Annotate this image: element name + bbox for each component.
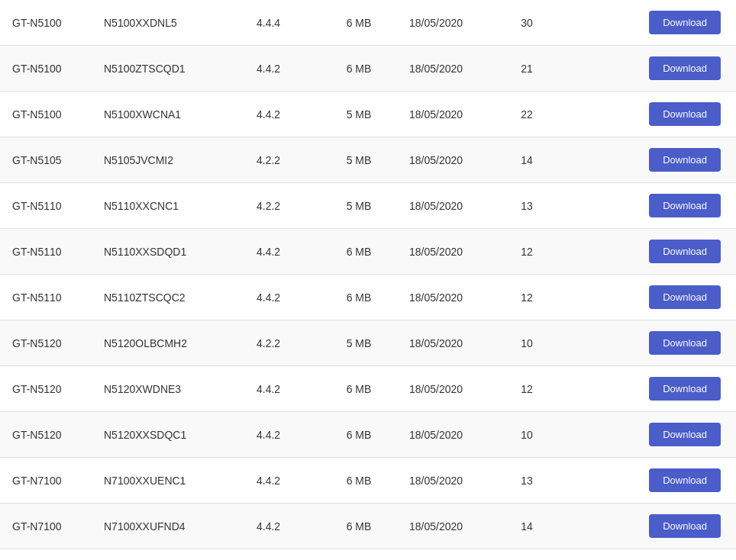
version-cell: 4.2.2: [244, 137, 321, 183]
model-cell: GT-N5110: [0, 183, 92, 229]
model-cell: GT-N5120: [0, 412, 92, 458]
firmware-table: GT-N5100 N5100XXDNL5 4.4.4 6 MB 18/05/20…: [0, 0, 736, 560]
date-cell: 18/05/2020: [397, 229, 496, 275]
table-row: GT-N5110 N5110ZTSCQC2 4.4.2 6 MB 18/05/2…: [0, 275, 736, 320]
count-cell: 12: [496, 366, 557, 412]
table-row: GT-N5120 N5120OLBCMH2 4.2.2 5 MB 18/05/2…: [0, 320, 736, 366]
firmware-cell: N5110XXSDQD1: [92, 229, 244, 275]
version-cell: 4.3: [244, 549, 321, 561]
count-cell: 14: [496, 504, 557, 549]
model-cell: GT-N5120: [0, 320, 92, 366]
download-button[interactable]: Download: [649, 102, 721, 126]
size-cell: 6 MB: [321, 504, 397, 549]
version-cell: 4.4.2: [244, 504, 321, 549]
size-cell: 6 MB: [321, 458, 397, 504]
download-cell: Download: [557, 504, 736, 549]
count-cell: 13: [496, 183, 557, 229]
count-cell: 12: [496, 229, 557, 275]
size-cell: 5 MB: [321, 92, 397, 137]
table-row: GT-N5105 N5105JVCMI2 4.2.2 5 MB 18/05/20…: [0, 137, 736, 183]
download-cell: Download: [557, 275, 736, 320]
version-cell: 4.2.2: [244, 320, 321, 366]
model-cell: GT-N5100: [0, 46, 92, 92]
download-button[interactable]: Download: [649, 423, 721, 446]
download-cell: Download: [557, 366, 736, 412]
table-row: GT-N7100 N7100ZCUENB1 4.3 6 MB 18/05/202…: [0, 549, 736, 561]
model-cell: GT-N5100: [0, 92, 92, 137]
table-row: GT-N7100 N7100XXUENC1 4.4.2 6 MB 18/05/2…: [0, 458, 736, 504]
table-row: GT-N5110 N5110XXCNC1 4.2.2 5 MB 18/05/20…: [0, 183, 736, 229]
firmware-cell: N5120XXSDQC1: [92, 412, 244, 458]
download-button[interactable]: Download: [649, 56, 721, 80]
size-cell: 6 MB: [321, 0, 397, 46]
count-cell: 21: [496, 46, 557, 92]
download-button[interactable]: Download: [649, 331, 721, 355]
download-cell: Download: [557, 0, 736, 46]
size-cell: 6 MB: [321, 366, 397, 412]
count-cell: 10: [496, 320, 557, 366]
date-cell: 18/05/2020: [397, 137, 496, 183]
date-cell: 18/05/2020: [397, 46, 496, 92]
date-cell: 18/05/2020: [397, 275, 496, 320]
model-cell: GT-N7100: [0, 458, 92, 504]
size-cell: 6 MB: [321, 275, 397, 320]
download-button[interactable]: Download: [649, 240, 721, 263]
date-cell: 18/05/2020: [397, 320, 496, 366]
model-cell: GT-N7100: [0, 504, 92, 549]
download-cell: Download: [557, 549, 736, 561]
main-container: GT-N5100 N5100XXDNL5 4.4.4 6 MB 18/05/20…: [0, 0, 736, 560]
model-cell: GT-N5105: [0, 137, 92, 183]
table-row: GT-N5100 N5100ZTSCQD1 4.4.2 6 MB 18/05/2…: [0, 46, 736, 92]
count-cell: 12: [496, 275, 557, 320]
version-cell: 4.4.2: [244, 229, 321, 275]
download-cell: Download: [557, 137, 736, 183]
size-cell: 5 MB: [321, 320, 397, 366]
download-button[interactable]: Download: [649, 468, 721, 492]
download-button[interactable]: Download: [649, 285, 721, 309]
firmware-cell: N5100XWCNA1: [92, 92, 244, 137]
date-cell: 18/05/2020: [397, 92, 496, 137]
version-cell: 4.4.2: [244, 92, 321, 137]
count-cell: 22: [496, 92, 557, 137]
download-button[interactable]: Download: [649, 194, 721, 217]
download-button[interactable]: Download: [649, 11, 721, 34]
firmware-cell: N5120OLBCMH2: [92, 320, 244, 366]
size-cell: 5 MB: [321, 183, 397, 229]
version-cell: 4.4.2: [244, 366, 321, 412]
date-cell: 18/05/2020: [397, 412, 496, 458]
count-cell: 10: [496, 412, 557, 458]
firmware-cell: N5110ZTSCQC2: [92, 275, 244, 320]
firmware-cell: N5105JVCMI2: [92, 137, 244, 183]
date-cell: 18/05/2020: [397, 549, 496, 561]
table-row: GT-N5100 N5100XXDNL5 4.4.4 6 MB 18/05/20…: [0, 0, 736, 46]
table-row: GT-N7100 N7100XXUFND4 4.4.2 6 MB 18/05/2…: [0, 504, 736, 549]
version-cell: 4.4.2: [244, 458, 321, 504]
date-cell: 18/05/2020: [397, 504, 496, 549]
download-cell: Download: [557, 92, 736, 137]
size-cell: 6 MB: [321, 412, 397, 458]
size-cell: 6 MB: [321, 549, 397, 561]
version-cell: 4.4.2: [244, 46, 321, 92]
firmware-cell: N7100XXUFND4: [92, 504, 244, 549]
download-button[interactable]: Download: [649, 148, 721, 172]
download-cell: Download: [557, 46, 736, 92]
download-cell: Download: [557, 183, 736, 229]
download-cell: Download: [557, 320, 736, 366]
count-cell: 12: [496, 549, 557, 561]
model-cell: GT-N5110: [0, 275, 92, 320]
download-cell: Download: [557, 458, 736, 504]
download-button[interactable]: Download: [649, 514, 721, 538]
count-cell: 13: [496, 458, 557, 504]
download-cell: Download: [557, 412, 736, 458]
version-cell: 4.4.4: [244, 0, 321, 46]
download-cell: Download: [557, 229, 736, 275]
model-cell: GT-N5120: [0, 366, 92, 412]
model-cell: GT-N5110: [0, 229, 92, 275]
date-cell: 18/05/2020: [397, 183, 496, 229]
firmware-cell: N5100ZTSCQD1: [92, 46, 244, 92]
size-cell: 5 MB: [321, 137, 397, 183]
count-cell: 30: [496, 0, 557, 46]
firmware-cell: N7100XXUENC1: [92, 458, 244, 504]
date-cell: 18/05/2020: [397, 366, 496, 412]
download-button[interactable]: Download: [649, 377, 721, 401]
